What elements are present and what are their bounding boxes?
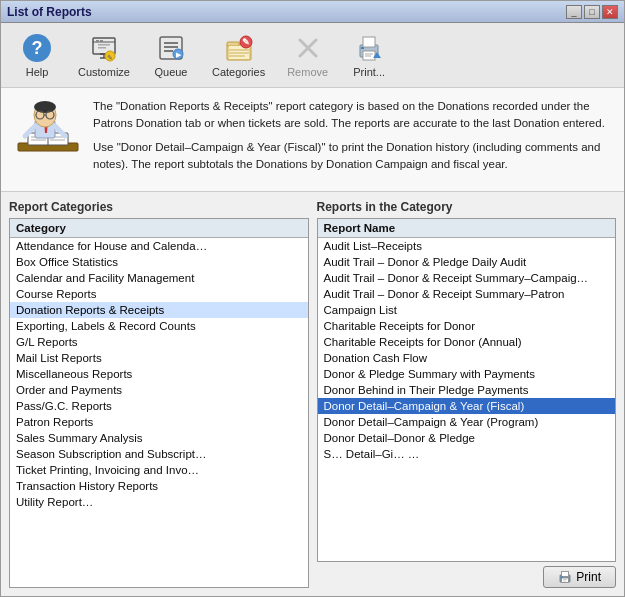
reports-list[interactable]: Audit List–ReceiptsAudit Trail – Donor &… [318,238,616,561]
categories-header: Category [10,219,308,238]
title-bar: List of Reports _ □ ✕ [1,1,624,23]
svg-rect-51 [562,578,569,583]
category-item[interactable]: Order and Payments [10,382,308,398]
print-toolbar-label: Print... [353,66,385,78]
report-item[interactable]: Audit Trail – Donor & Pledge Daily Audit [318,254,616,270]
category-item[interactable]: Pass/G.C. Reports [10,398,308,414]
report-item[interactable]: Donation Cash Flow [318,350,616,366]
print-bar: Print [317,562,617,588]
svg-point-43 [34,101,56,113]
reports-panel: Reports in the Category Report Name Audi… [317,200,617,588]
category-item[interactable]: Donation Reports & Receipts [10,302,308,318]
print-button-icon [558,570,572,584]
report-item[interactable]: Audit Trail – Donor & Receipt Summary–Pa… [318,286,616,302]
category-item[interactable]: Exporting, Labels & Record Counts [10,318,308,334]
svg-rect-30 [361,47,364,49]
category-item[interactable]: G/L Reports [10,334,308,350]
remove-icon [292,32,324,64]
category-item[interactable]: Miscellaneous Reports [10,366,308,382]
window-title: List of Reports [7,5,566,19]
report-item[interactable]: Donor Detail–Donor & Pledge [318,430,616,446]
report-item[interactable]: S… Detail–Gi… … [318,446,616,462]
report-item[interactable]: Donor & Pledge Summary with Payments [318,366,616,382]
customize-icon: ✎ [88,32,120,64]
queue-label: Queue [154,66,187,78]
report-item[interactable]: Donor Behind in Their Pledge Payments [318,382,616,398]
report-item[interactable]: Charitable Receipts for Donor (Annual) [318,334,616,350]
svg-text:✎: ✎ [242,37,250,47]
svg-rect-18 [227,42,239,46]
category-item[interactable]: Mail List Reports [10,350,308,366]
close-button[interactable]: ✕ [602,5,618,19]
category-item[interactable]: Season Subscription and Subscript… [10,446,308,462]
remove-button[interactable]: Remove [278,27,337,83]
category-item[interactable]: Transaction History Reports [10,478,308,494]
minimize-button[interactable]: _ [566,5,582,19]
category-item[interactable]: Course Reports [10,286,308,302]
svg-rect-28 [363,37,375,47]
svg-rect-6 [98,47,106,49]
info-text-block: The "Donation Reports & Receipts" report… [93,98,612,181]
toolbar: ? Help ✎ Customize [1,23,624,88]
maximize-button[interactable]: □ [584,5,600,19]
svg-rect-52 [561,577,563,579]
categories-button[interactable]: ✎ Categories [203,27,274,83]
category-item[interactable]: Ticket Printing, Invoicing and Invo… [10,462,308,478]
remove-label: Remove [287,66,328,78]
category-item[interactable]: Calendar and Facility Management [10,270,308,286]
window-controls: _ □ ✕ [566,5,618,19]
categories-list[interactable]: Attendance for House and Calenda…Box Off… [10,238,308,587]
categories-title: Report Categories [9,200,309,214]
category-item[interactable]: Box Office Statistics [10,254,308,270]
svg-text:✎: ✎ [107,54,113,61]
customize-label: Customize [78,66,130,78]
reports-title: Reports in the Category [317,200,617,214]
help-label: Help [26,66,49,78]
info-illustration [13,98,83,168]
categories-panel: Report Categories Category Attendance fo… [9,200,309,588]
report-item[interactable]: Charitable Receipts for Donor [318,318,616,334]
category-item[interactable]: Utility Report… [10,494,308,510]
report-item[interactable]: Audit Trail – Donor & Receipt Summary–Ca… [318,270,616,286]
print-toolbar-icon [353,32,385,64]
svg-rect-2 [96,40,99,42]
category-item[interactable]: Attendance for House and Calenda… [10,238,308,254]
lists-section: Report Categories Category Attendance fo… [1,192,624,596]
reports-list-container: Report Name Audit List–ReceiptsAudit Tra… [317,218,617,562]
info-paragraph-1: The "Donation Reports & Receipts" report… [93,98,612,131]
report-item[interactable]: Audit List–Receipts [318,238,616,254]
report-item[interactable]: Donor Detail–Campaign & Year (Fiscal) [318,398,616,414]
info-section: The "Donation Reports & Receipts" report… [1,88,624,192]
svg-rect-50 [562,572,569,577]
print-toolbar-button[interactable]: Print... [341,27,397,83]
help-button[interactable]: ? Help [9,27,65,83]
reports-header: Report Name [318,219,616,238]
main-window: List of Reports _ □ ✕ ? Help [0,0,625,597]
category-item[interactable]: Patron Reports [10,414,308,430]
customize-button[interactable]: ✎ Customize [69,27,139,83]
print-button-label: Print [576,570,601,584]
svg-rect-5 [98,44,110,46]
svg-rect-3 [100,40,103,42]
report-item[interactable]: Donor Detail–Campaign & Year (Program) [318,414,616,430]
info-paragraph-2: Use "Donor Detail–Campaign & Year (Fisca… [93,139,612,172]
print-button[interactable]: Print [543,566,616,588]
queue-button[interactable]: ▶ Queue [143,27,199,83]
category-item[interactable]: Sales Summary Analysis [10,430,308,446]
categories-icon: ✎ [223,32,255,64]
categories-list-container: Category Attendance for House and Calend… [9,218,309,588]
categories-label: Categories [212,66,265,78]
queue-icon: ▶ [155,32,187,64]
report-item[interactable]: Campaign List [318,302,616,318]
help-icon: ? [21,32,53,64]
